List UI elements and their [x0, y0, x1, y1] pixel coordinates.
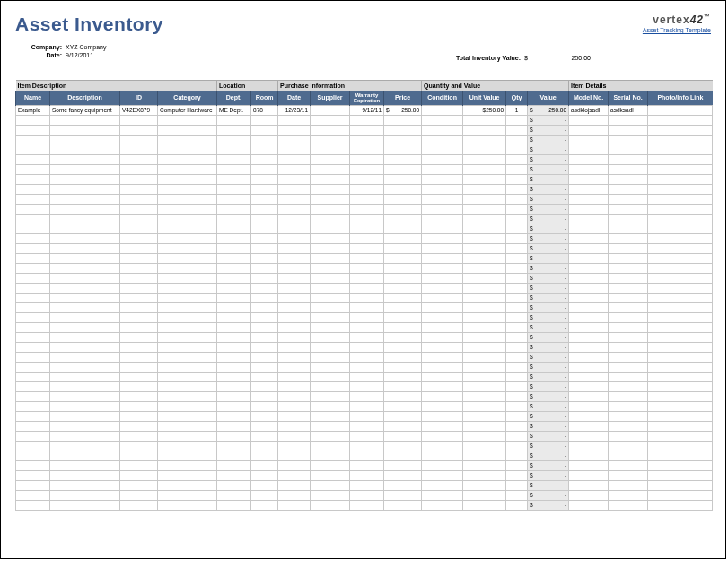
cell-empty: [506, 194, 528, 204]
cell-empty: [16, 243, 50, 253]
table-row: $-: [16, 233, 713, 243]
cell-empty: [569, 135, 609, 145]
cell-empty: [569, 224, 609, 233]
cell-empty: [251, 312, 278, 322]
header-row: Asset Inventory vertex42™ Asset Tracking…: [15, 13, 711, 35]
cell-empty: [311, 332, 350, 342]
cell-empty: [569, 273, 609, 283]
group-item-details: Item Details: [569, 81, 713, 91]
cell-empty: [463, 164, 506, 174]
cell-empty: [50, 302, 120, 312]
cell-val: $-: [528, 362, 569, 372]
cell-empty: [217, 145, 251, 154]
cell-empty: [422, 322, 463, 332]
cell-dept: ME Dept.: [217, 105, 251, 115]
brand-template-link[interactable]: Asset Tracking Template: [643, 27, 711, 33]
cell-empty: [506, 184, 528, 194]
cell-empty: [648, 224, 713, 233]
cell-empty: [506, 224, 528, 233]
cell-empty: [16, 135, 50, 145]
cell-empty: [16, 253, 50, 263]
cell-empty: [569, 391, 609, 401]
cell-empty: [278, 401, 311, 411]
cell-empty: [648, 233, 713, 243]
cell-empty: [422, 263, 463, 273]
cell-val: $-: [528, 451, 569, 460]
cell-empty: [350, 243, 384, 253]
cell-empty: [120, 174, 158, 184]
cell-empty: [311, 391, 350, 401]
cell-val: $-: [528, 391, 569, 401]
cell-empty: [506, 243, 528, 253]
cell-empty: [217, 322, 251, 332]
cell-empty: [422, 411, 463, 421]
cell-empty: [278, 224, 311, 233]
cell-empty: [50, 312, 120, 322]
cell-empty: [311, 184, 350, 194]
col-model: Model No.: [569, 91, 609, 106]
cell-empty: [278, 194, 311, 204]
cell-empty: [16, 431, 50, 441]
cell-empty: [609, 391, 648, 401]
cell-empty: [158, 214, 217, 224]
cell-empty: [463, 490, 506, 500]
cell-empty: [350, 480, 384, 490]
cell-empty: [158, 421, 217, 431]
cell-empty: [463, 352, 506, 362]
cell-empty: [217, 342, 251, 352]
cell-empty: [158, 480, 217, 490]
cell-empty: [311, 322, 350, 332]
cell-empty: [609, 401, 648, 411]
cell-empty: [217, 184, 251, 194]
cell-empty: [251, 441, 278, 451]
cell-empty: [158, 233, 217, 243]
cell-empty: [217, 441, 251, 451]
cell-empty: [50, 362, 120, 372]
cell-room: 878: [251, 105, 278, 115]
cell-empty: [384, 411, 422, 421]
cell-val: $-: [528, 342, 569, 352]
cell-empty: [350, 283, 384, 293]
cell-empty: [16, 470, 50, 480]
cell-empty: [217, 470, 251, 480]
cell-empty: [16, 391, 50, 401]
cell-empty: [158, 204, 217, 214]
cell-empty: [569, 490, 609, 500]
page-title: Asset Inventory: [15, 13, 163, 35]
cell-empty: [158, 381, 217, 391]
page: Asset Inventory vertex42™ Asset Tracking…: [0, 0, 726, 559]
total-value: 250.00: [555, 55, 591, 61]
cell-empty: [120, 401, 158, 411]
cell-empty: [350, 431, 384, 441]
cell-empty: [422, 164, 463, 174]
cell-empty: [278, 460, 311, 470]
cell-empty: [422, 342, 463, 352]
cell-empty: [120, 233, 158, 243]
cell-empty: [569, 204, 609, 214]
cell-empty: [120, 283, 158, 293]
cell-empty: [609, 411, 648, 421]
cell-empty: [311, 411, 350, 421]
cell-empty: [120, 214, 158, 224]
cell-empty: [648, 125, 713, 135]
cell-empty: [120, 263, 158, 273]
table-row: $-: [16, 204, 713, 214]
cell-empty: [506, 233, 528, 243]
cell-empty: [422, 293, 463, 302]
cell-empty: [384, 332, 422, 342]
cell-empty: [463, 302, 506, 312]
cell-empty: [217, 243, 251, 253]
cell-empty: [16, 164, 50, 174]
cell-empty: [506, 154, 528, 164]
cell-name: Example: [16, 105, 50, 115]
cell-empty: [609, 145, 648, 154]
cell-empty: [463, 451, 506, 460]
cell-empty: [311, 372, 350, 381]
cell-empty: [278, 184, 311, 194]
table-row: $-: [16, 312, 713, 322]
cell-empty: [422, 283, 463, 293]
cell-empty: [609, 293, 648, 302]
cell-empty: [158, 135, 217, 145]
table-row: $-: [16, 381, 713, 391]
cell-empty: [506, 253, 528, 263]
